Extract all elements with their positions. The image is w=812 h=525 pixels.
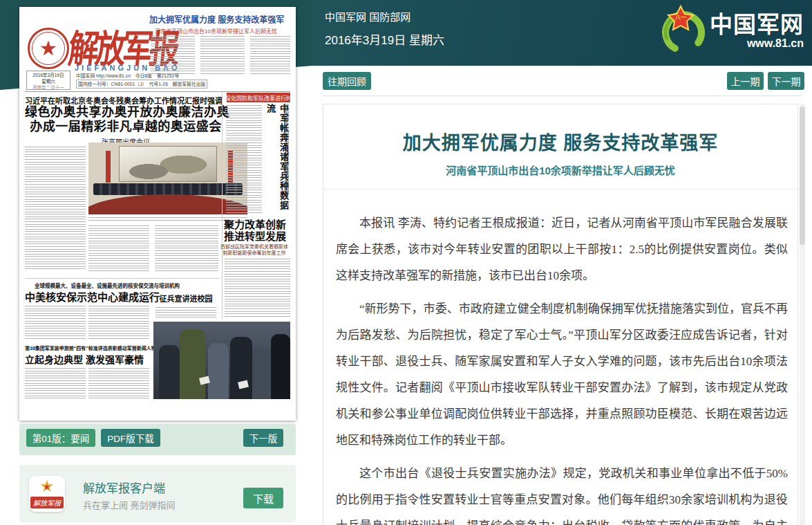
- article-paragraph: 本报讯 李涛、特约记者王根成报道：近日，记者从河南省平顶山市军民融合发展联席会上…: [336, 210, 788, 289]
- pdf-download-button[interactable]: PDF版下载: [101, 429, 160, 447]
- text-lines: [225, 259, 290, 318]
- article-body: 本报讯 李涛、特约记者王根成报道：近日，记者从河南省平顶山市军民融合发展联席会上…: [323, 190, 797, 525]
- next-page-button[interactable]: 下一版: [243, 429, 283, 447]
- text-lines: [226, 105, 262, 213]
- newspaper-headline-4: 立起身边典型 激发强军豪情: [25, 352, 153, 366]
- newspaper-front-page-preview[interactable]: ★ 解放军报 JIEFANGJUN BAO 加大拥军优属力度 服务支持改革强军 …: [19, 7, 296, 421]
- text-lines: [155, 225, 218, 271]
- article-title: 加大拥军优属力度 服务支持改革强军: [323, 128, 797, 155]
- app-slogan: 兵在掌上阅 亮剑弹指间: [83, 498, 176, 511]
- article-header: 加大拥军优属力度 服务支持改革强军 河南省平顶山市出台10余项新举措让军人后顾无…: [323, 104, 797, 190]
- column-rule: [222, 93, 223, 318]
- figure-silhouette: [159, 345, 180, 399]
- figure-silhouette: [271, 334, 290, 399]
- text-lines: [151, 36, 195, 75]
- red-star-icon: ★: [29, 479, 65, 495]
- pla-daily-app-icon: ★ ★ 解放军报: [29, 476, 65, 512]
- red-flag: [106, 151, 111, 183]
- newspaper-vertical-subtitle: 北部战区主动作为推动作战数据深度融合: [282, 104, 290, 214]
- figure-silhouette: [208, 343, 229, 399]
- site-links[interactable]: 中国军网 国防部网: [325, 9, 410, 24]
- back-issues-button[interactable]: 往期回顾: [323, 72, 371, 90]
- app-name[interactable]: 解放军报客户端: [83, 479, 165, 496]
- logo-url: www.81.cn: [710, 37, 804, 50]
- current-page-button[interactable]: 第01版：要闻: [26, 429, 95, 447]
- newspaper-kicker: 全球规模最大、设备最全、设施最先进的核安保交流与培训机构: [35, 282, 207, 289]
- next-issue-button[interactable]: 下一期: [768, 72, 804, 90]
- toolbar-divider: [323, 95, 802, 96]
- text-lines: [25, 306, 86, 340]
- recruitment-photo: [153, 322, 290, 399]
- article-paragraph: “新形势下，市委、市政府建立健全制度机制确保拥军优抚措施落实到位，官兵不再为后路…: [336, 296, 788, 454]
- svg-text:八一: 八一: [674, 15, 686, 21]
- logo-title: 中国军网: [710, 12, 804, 37]
- newspaper-date-box: 2016年3月19日 星期六 丙申年二月十一: [26, 71, 70, 90]
- attendees-row: [93, 183, 243, 195]
- newspaper-box-headline: 征兵宣讲进校园: [155, 293, 216, 304]
- page: 中国军网 国防部网 2016年3月19日 星期六 八一 中国军网 www.81.…: [0, 0, 812, 525]
- scrollbar-thumb[interactable]: [800, 107, 805, 245]
- app-download-button[interactable]: 下载: [243, 488, 283, 508]
- star-swoosh-icon: 八一: [656, 3, 708, 59]
- article-paragraph: 这个市出台《退役士兵安置实施办法》规定，党政机关和事业单位拿出不低于50%的比例…: [336, 461, 788, 525]
- article-subtitle[interactable]: 河南省平顶山市出台10余项新举措让军人后顾无忧: [323, 163, 797, 177]
- newspaper-top-subtitle: 河南省平顶山市出台10余项新举措让军人后顾无忧: [155, 27, 293, 35]
- text-lines: [88, 306, 149, 340]
- newspaper-kicker: 第38集团军某装甲旅按“四有”标准评选表彰感动军营新闻人物: [25, 344, 153, 351]
- text-lines: [25, 147, 86, 271]
- article-panel: 加大拥军优属力度 服务支持改革强军 河南省平顶山市出台10余项新举措让军人后顾无…: [323, 104, 798, 525]
- site-logo[interactable]: 八一 中国军网 www.81.cn: [656, 3, 804, 59]
- text-lines: [25, 368, 86, 400]
- newspaper-top-headline: 加大拥军优属力度 服务支持改革强军: [149, 13, 294, 25]
- newspaper-headline-2: 聚力改革创新 推进转型发展: [220, 219, 290, 242]
- prev-issue-button[interactable]: 上一期: [727, 72, 764, 90]
- divider: [25, 278, 220, 279]
- newspaper-headline-3: 中美核安保示范中心建成运行: [25, 289, 163, 304]
- meeting-photo: [88, 142, 247, 214]
- figure-silhouette: [230, 337, 252, 399]
- newspaper-headline-1: 绿色办奥共享办奥开放办奥廉洁办奥 办成一届精彩非凡卓越的奥运盛会: [25, 105, 227, 134]
- text-lines: [250, 36, 290, 75]
- newspaper-kicker: 习近平在听取北京冬奥会冬残奥会筹办工作情况汇报时强调: [25, 95, 225, 106]
- pla-emblem-icon: ★: [28, 28, 69, 69]
- figure-silhouette: [252, 348, 272, 399]
- newspaper-subtitle-2: 西部战区陆军党委机关着眼新体制新职能新使命筹划年度工作: [218, 243, 290, 256]
- text-lines: [88, 368, 149, 400]
- newspaper-info-lines: 中国军网 http://www.81.cn 今日8版 第21252号 国内统一刊…: [76, 72, 242, 89]
- round-table: [88, 194, 247, 214]
- landscape-painting: [119, 146, 218, 182]
- app-icon-label: 解放军报: [30, 497, 64, 508]
- divider: [25, 91, 290, 92]
- soldier-figure: [180, 329, 206, 399]
- text-lines: [200, 36, 245, 75]
- text-lines: [88, 225, 149, 271]
- text-lines: [155, 307, 216, 320]
- header-date: 2016年3月19日 星期六: [325, 30, 444, 48]
- reform-ribbon-badge: 深化国防和军队改革进行时: [227, 93, 290, 102]
